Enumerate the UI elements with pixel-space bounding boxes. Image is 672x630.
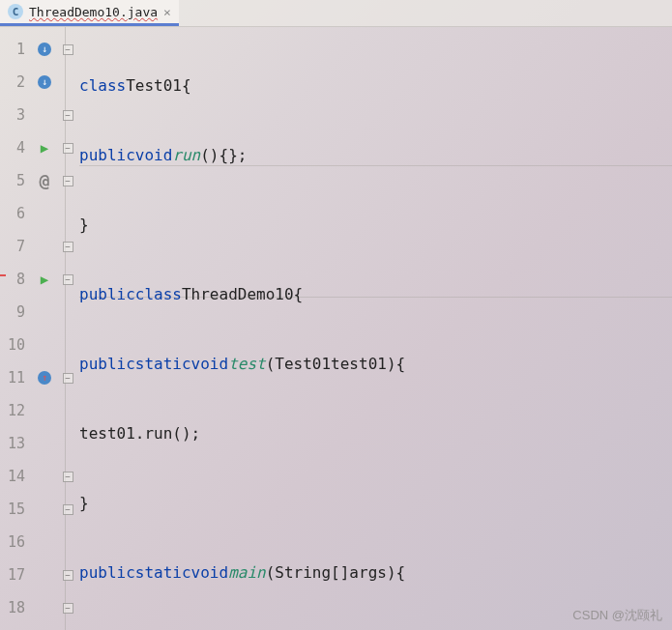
fold-toggle-icon[interactable]: − — [63, 373, 73, 384]
fold-toggle-icon[interactable]: − — [63, 44, 73, 55]
line-number[interactable]: 3 — [0, 99, 25, 131]
line-number[interactable]: 8 — [0, 263, 25, 296]
line-number[interactable]: 10 — [0, 329, 25, 361]
line-number-gutter[interactable]: 1 2 3 4 5 6 7 8 9 10 11 12 13 14 15 16 1… — [0, 27, 33, 630]
recursive-icon[interactable]: @ — [40, 164, 50, 197]
line-number[interactable]: 18 — [0, 591, 25, 624]
error-stripe-marker[interactable] — [0, 274, 6, 276]
code-line[interactable]: public static void test(Test01 test01) { — [79, 348, 672, 381]
code-line[interactable]: public class ThreadDemo10 { — [79, 278, 672, 311]
code-line[interactable]: public static void main(String[] args) { — [79, 557, 672, 589]
line-number[interactable]: 4 — [0, 131, 25, 164]
code-line[interactable]: int a = 0; — [79, 626, 672, 630]
code-area[interactable]: class Test01{ public void run(){}; } pub… — [79, 27, 672, 630]
line-number[interactable]: 2 — [0, 66, 25, 99]
fold-gutter: − − − − − − − − − − − — [56, 27, 79, 630]
editor-tab[interactable]: C ThreadDemo10.java × — [0, 0, 179, 26]
fold-toggle-icon[interactable]: − — [63, 110, 73, 121]
line-number[interactable]: 11 — [0, 361, 25, 394]
code-line[interactable]: public void run(){}; — [79, 139, 672, 172]
line-number[interactable]: 5 — [0, 164, 25, 197]
override-down-icon[interactable] — [38, 43, 51, 56]
line-number[interactable]: 12 — [0, 394, 25, 427]
fold-toggle-icon[interactable]: − — [63, 176, 73, 186]
override-up-icon[interactable] — [38, 371, 51, 385]
fold-toggle-icon[interactable]: − — [63, 603, 73, 614]
java-class-icon: C — [8, 4, 23, 19]
line-number[interactable]: 13 — [0, 427, 25, 460]
tab-bar: C ThreadDemo10.java × — [0, 0, 672, 27]
watermark: CSDN @沈颐礼 — [572, 607, 662, 624]
gutter-icons: ▶ @ ▶ — [33, 27, 56, 630]
fold-toggle-icon[interactable]: − — [63, 504, 73, 515]
fold-toggle-icon[interactable]: − — [63, 472, 73, 482]
fold-toggle-icon[interactable]: − — [63, 242, 73, 252]
code-line[interactable]: test01.run(); — [79, 417, 672, 450]
run-icon[interactable]: ▶ — [41, 263, 48, 296]
line-number[interactable]: 17 — [0, 558, 25, 591]
line-number[interactable]: 1 — [0, 33, 25, 66]
line-number[interactable]: 7 — [0, 230, 25, 263]
line-number[interactable]: 14 — [0, 460, 25, 493]
override-down-icon[interactable] — [38, 75, 51, 89]
fold-toggle-icon[interactable]: − — [63, 143, 73, 154]
run-icon[interactable]: ▶ — [41, 131, 48, 164]
close-icon[interactable]: × — [163, 5, 171, 19]
line-number[interactable]: 9 — [0, 296, 25, 329]
fold-toggle-icon[interactable]: − — [63, 570, 73, 581]
line-number[interactable]: 15 — [0, 493, 25, 526]
fold-toggle-icon[interactable]: − — [63, 274, 73, 285]
code-line[interactable]: } — [79, 209, 672, 242]
code-line[interactable]: } — [79, 487, 672, 520]
line-number[interactable]: 6 — [0, 197, 25, 230]
code-line[interactable]: class Test01{ — [79, 70, 672, 102]
code-editor[interactable]: 1 2 3 4 5 6 7 8 9 10 11 12 13 14 15 16 1… — [0, 27, 672, 630]
tab-filename: ThreadDemo10.java — [29, 5, 158, 19]
line-number[interactable]: 16 — [0, 526, 25, 558]
